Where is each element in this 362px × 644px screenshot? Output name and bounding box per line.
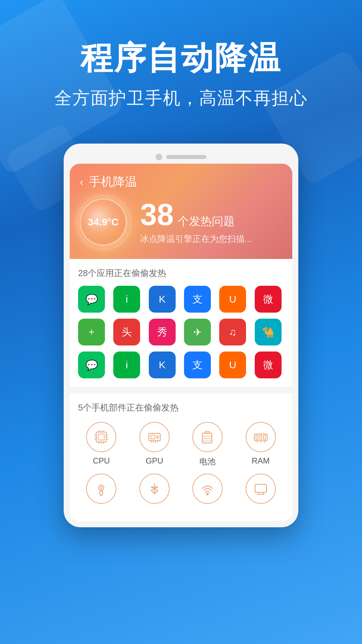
- hardware-item-battery: 电池: [184, 422, 231, 467]
- hardware-item-screen: [238, 474, 284, 508]
- app-grid-3: 💬iK支U微: [78, 352, 284, 378]
- temp-info: 38 个发热问题 冰点降温引擎正在为您扫描...: [140, 200, 282, 245]
- svg-rect-23: [202, 433, 212, 443]
- bluetooth-icon-circle: [139, 474, 170, 504]
- wifi-icon: [199, 480, 216, 497]
- gpu-icon: [146, 429, 163, 445]
- hardware-item-bluetooth: [131, 474, 178, 508]
- svg-rect-1: [98, 434, 104, 440]
- app-icon-微信[interactable]: 💬: [78, 286, 105, 313]
- app-icon-UC2[interactable]: U: [219, 352, 246, 378]
- app-icon-支付宝2[interactable]: 支: [184, 352, 211, 378]
- app-nav-title: 手机降温: [89, 174, 137, 190]
- hardware-grid: CPU: [78, 422, 284, 467]
- battery-icon-circle: [192, 422, 223, 452]
- hardware-grid-2: [78, 474, 284, 508]
- issues-number: 38: [140, 200, 174, 230]
- battery-label: 电池: [199, 456, 216, 467]
- svg-point-35: [99, 485, 104, 490]
- phone-mockup: ‹ 手机降温 34.9°C 38 个发热问题 冰点降温引擎正在为您扫描..: [64, 144, 298, 527]
- header-section: 程序自动降温 全方面护卫手机，高温不再担心: [0, 0, 362, 137]
- svg-rect-0: [96, 432, 106, 442]
- cpu-icon: [93, 429, 110, 445]
- app-icon-骆驼[interactable]: 🐪: [255, 319, 282, 345]
- phone-speaker: [166, 155, 206, 159]
- svg-rect-38: [255, 484, 266, 492]
- phone-notch-area: [70, 154, 292, 160]
- svg-rect-30: [260, 435, 262, 439]
- app-icon-爱奇艺2[interactable]: i: [113, 352, 140, 378]
- temperature-value: 34.9°C: [88, 216, 119, 228]
- hardware-item-wifi: [184, 474, 231, 508]
- app-grid: 💬iK支U微: [78, 286, 284, 313]
- phone-screen: ‹ 手机降温 34.9°C 38 个发热问题 冰点降温引擎正在为您扫描..: [70, 164, 292, 521]
- app-icon-爱奇艺[interactable]: i: [113, 286, 140, 313]
- main-title: 程序自动降温: [20, 40, 342, 76]
- phone-camera: [156, 154, 162, 160]
- app-icon-UC[interactable]: U: [219, 286, 246, 313]
- hardware-item-location: [78, 474, 125, 508]
- svg-point-37: [207, 493, 208, 495]
- app-list-section: 28个应用正在偷偷发热 💬iK支U微 +头秀✈♫🐪 💬iK支U微: [70, 259, 292, 387]
- app-nav: ‹ 手机降温: [80, 174, 282, 190]
- svg-rect-15: [151, 435, 155, 439]
- app-icon-网易音乐[interactable]: ♫: [219, 319, 246, 345]
- temperature-circle: 34.9°C: [80, 199, 127, 246]
- page-wrapper: 程序自动降温 全方面护卫手机，高温不再担心 ‹ 手机降温 34.9°C: [0, 0, 362, 644]
- ram-icon-circle: [246, 422, 276, 452]
- app-icon-微信2[interactable]: 💬: [78, 352, 105, 378]
- app-icon-酷狗[interactable]: K: [149, 286, 176, 313]
- hardware-section: 5个手机部件正在偷偷发热: [70, 393, 292, 521]
- app-icon-支付宝[interactable]: 支: [184, 286, 211, 313]
- screen-icon-circle: [246, 474, 276, 504]
- scan-text: 冰点降温引擎正在为您扫描...: [140, 233, 282, 245]
- location-icon-circle: [86, 474, 116, 504]
- app-grid-2: +头秀✈♫🐪: [78, 319, 284, 345]
- gpu-icon-circle: [139, 422, 170, 452]
- battery-icon: [199, 429, 216, 445]
- divider-section: [70, 387, 292, 393]
- temp-section: 34.9°C 38 个发热问题 冰点降温引擎正在为您扫描...: [80, 199, 282, 246]
- app-icon-地图[interactable]: ✈: [184, 319, 211, 345]
- app-icon-微博2[interactable]: 微: [255, 352, 282, 378]
- issues-count: 38 个发热问题: [140, 200, 282, 230]
- hardware-item-gpu: GPU: [131, 422, 178, 467]
- gpu-label: GPU: [146, 456, 163, 466]
- hardware-item-cpu: CPU: [78, 422, 125, 467]
- wifi-icon-circle: [192, 474, 223, 504]
- sub-title: 全方面护卫手机，高温不再担心: [20, 86, 342, 110]
- svg-rect-31: [263, 435, 265, 439]
- apps-section-label: 28个应用正在偷偷发热: [78, 267, 284, 279]
- app-header: ‹ 手机降温 34.9°C 38 个发热问题 冰点降温引擎正在为您扫描..: [70, 164, 292, 259]
- bluetooth-icon: [146, 480, 163, 497]
- hardware-label: 5个手机部件正在偷偷发热: [78, 402, 284, 414]
- app-icon-微博[interactable]: 微: [255, 286, 282, 313]
- cpu-icon-circle: [86, 422, 116, 452]
- app-icon-美秀[interactable]: 秀: [149, 319, 176, 345]
- issues-label: 个发热问题: [178, 214, 235, 229]
- app-icon-酷狗2[interactable]: K: [149, 352, 176, 378]
- ram-icon: [252, 429, 269, 445]
- svg-rect-29: [256, 435, 258, 439]
- location-icon: [93, 480, 110, 497]
- back-button[interactable]: ‹: [80, 176, 83, 188]
- ram-label: RAM: [252, 456, 269, 466]
- screen-icon: [252, 480, 269, 497]
- hardware-item-ram: RAM: [238, 422, 284, 467]
- svg-rect-24: [205, 431, 210, 433]
- cpu-label: CPU: [93, 456, 110, 466]
- app-icon-游戏[interactable]: +: [78, 319, 105, 345]
- app-icon-头条[interactable]: 头: [113, 319, 140, 345]
- svg-point-36: [100, 487, 102, 489]
